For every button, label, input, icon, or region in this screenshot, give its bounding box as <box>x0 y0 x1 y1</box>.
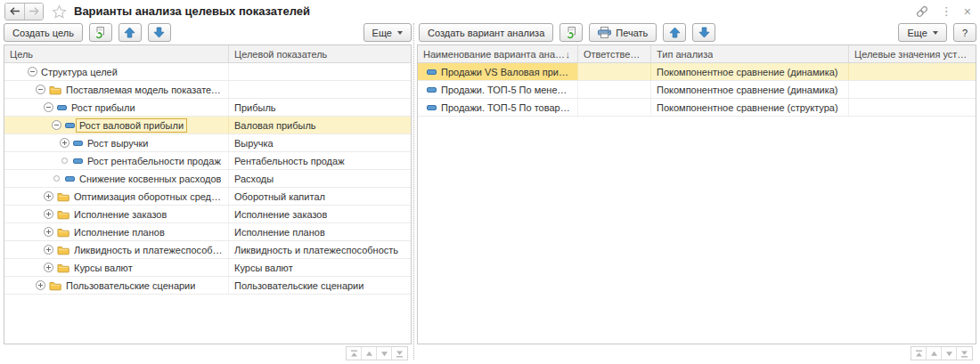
column-header-goal[interactable]: Цель <box>4 45 229 62</box>
goal-label: Оптимизация оборотных средств <box>74 191 223 202</box>
refresh-button[interactable] <box>89 23 112 42</box>
scroll-up-button[interactable] <box>362 347 377 360</box>
tree-collapse-icon[interactable] <box>52 120 61 130</box>
variant-row[interactable]: Продажи VS Валовая прибыльПокомпонентное… <box>418 63 976 81</box>
back-button[interactable] <box>5 4 24 20</box>
indicator-icon <box>427 69 437 75</box>
tree-leaf-icon[interactable] <box>53 175 60 182</box>
scroll-down-button[interactable] <box>942 347 957 360</box>
indicator-icon <box>65 123 75 128</box>
print-button[interactable]: Печать <box>589 23 657 42</box>
tree-collapse-icon[interactable] <box>36 85 45 94</box>
goal-label: Рост валовой прибыли <box>76 118 187 133</box>
column-header-indicator[interactable]: Целевой показатель <box>229 45 411 62</box>
tree-expand-icon[interactable] <box>44 227 53 237</box>
to-top-icon <box>915 350 923 358</box>
indicator-label: Оборотный капитал <box>234 191 325 202</box>
scroll-down-button[interactable] <box>377 347 392 360</box>
up-triangle-icon <box>930 350 938 358</box>
indicator-label: Пользовательские сценарии <box>234 280 363 291</box>
move-down-button[interactable] <box>148 23 171 42</box>
goal-analysis-window: Варианты анализа целевых показателей ⋮ ×… <box>0 0 980 364</box>
indicator-label: Валовая прибыль <box>234 120 316 131</box>
kebab-menu-icon[interactable]: ⋮ <box>941 5 952 17</box>
column-header-variant-name[interactable]: Наименование варианта анализа ↓ <box>418 45 578 62</box>
tree-collapse-icon[interactable] <box>44 102 53 112</box>
goal-label: Исполнение заказов <box>74 209 167 220</box>
get-link-button[interactable] <box>915 4 929 19</box>
tree-expand-icon[interactable] <box>60 138 69 148</box>
variant-cell-responsible <box>578 81 651 98</box>
variants-panel: Наименование варианта анализа ↓ Ответств… <box>417 44 976 344</box>
scroll-to-top-button[interactable] <box>911 347 927 360</box>
variant-row[interactable]: Продажи. ТОП-5 По товарным группамПокомп… <box>418 99 976 117</box>
scroll-to-top-button[interactable] <box>347 347 362 360</box>
create-variant-button[interactable]: Создать вариант анализа <box>419 23 553 42</box>
goal-cell: Исполнение заказов <box>4 206 229 222</box>
goal-tree-row[interactable]: Рост выручкиВыручка <box>4 134 411 152</box>
tree-expand-icon[interactable] <box>44 245 53 255</box>
analysis-type-label: Покомпонентное сравнение (динамика) <box>657 67 838 77</box>
goal-cell: Структура целей <box>4 63 229 80</box>
move-variant-up-button[interactable] <box>663 23 686 42</box>
more-button-left[interactable]: Еще <box>363 23 412 42</box>
goal-tree-row[interactable]: Рост валовой прибылиВаловая прибыль <box>4 117 411 134</box>
folder-icon <box>49 280 61 291</box>
goal-tree-row[interactable]: Ликвидность и платежеспособностьЛиквидно… <box>4 241 411 259</box>
goal-tree-row[interactable]: Оптимизация оборотных средствОборотный к… <box>4 188 411 206</box>
panel-splitter[interactable] <box>413 23 414 360</box>
goal-tree-row[interactable]: Поставляемая модель показателей <box>4 81 411 99</box>
column-header-targets-set[interactable]: Целевые значения установлены <box>849 45 976 62</box>
close-icon[interactable]: × <box>964 5 971 18</box>
tree-collapse-icon[interactable] <box>28 67 37 77</box>
goal-tree-row[interactable]: Пользовательские сценарииПользовательски… <box>4 277 411 295</box>
indicator-icon <box>73 141 83 146</box>
move-variant-down-button[interactable] <box>692 23 715 42</box>
goal-tree-row[interactable]: Рост прибылиПрибыль <box>4 99 411 117</box>
goal-tree-row[interactable]: Снижение косвенных расходовРасходы <box>4 170 411 188</box>
forward-button[interactable] <box>24 4 43 20</box>
goal-tree-row[interactable]: Рост рентабельности продажРентабельность… <box>4 152 411 170</box>
variant-cell-name: Продажи VS Валовая прибыль <box>418 63 578 80</box>
variant-cell-responsible <box>578 99 651 116</box>
variants-table-body: Продажи VS Валовая прибыльПокомпонентное… <box>418 63 976 117</box>
scroll-to-bottom-button[interactable] <box>957 347 972 360</box>
folder-icon <box>57 191 69 202</box>
scroll-to-bottom-button[interactable] <box>392 347 407 360</box>
goal-tree-row[interactable]: Структура целей <box>4 63 411 81</box>
titlebar: Варианты анализа целевых показателей ⋮ × <box>0 0 980 22</box>
move-up-button[interactable] <box>118 23 142 42</box>
tree-expand-icon[interactable] <box>44 191 53 201</box>
tree-expand-icon[interactable] <box>44 209 53 219</box>
tree-expand-icon[interactable] <box>36 280 45 290</box>
favorite-star-icon[interactable] <box>52 4 67 19</box>
folder-icon <box>57 263 69 273</box>
help-button[interactable]: ? <box>953 23 976 42</box>
tree-expand-icon[interactable] <box>44 263 53 272</box>
indicator-cell: Оборотный капитал <box>229 188 411 205</box>
tree-leaf-icon[interactable] <box>61 158 68 164</box>
more-label: Еще <box>372 28 392 38</box>
goal-label: Курсы валют <box>74 263 133 273</box>
analysis-type-label: Покомпонентное сравнение (структура) <box>657 102 838 113</box>
column-header-responsible[interactable]: Ответственный <box>578 45 651 62</box>
indicator-label: Рентабельность продаж <box>234 156 345 166</box>
analysis-type-label: Покомпонентное сравнение (динамика) <box>657 85 838 95</box>
goal-tree-row[interactable]: Исполнение заказовИсполнение заказов <box>4 206 411 223</box>
column-header-label: Ответственный <box>584 49 645 60</box>
column-header-analysis-type[interactable]: Тип анализа <box>651 45 849 62</box>
arrow-up-icon <box>124 27 135 38</box>
variant-cell-analysis_type: Покомпонентное сравнение (структура) <box>651 99 849 116</box>
goal-tree-row[interactable]: Исполнение плановИсполнение планов <box>4 223 411 241</box>
scroll-up-button[interactable] <box>927 347 942 360</box>
create-goal-button[interactable]: Создать цель <box>4 23 83 42</box>
folder-icon <box>57 209 69 220</box>
goal-label: Рост рентабельности продаж <box>87 156 221 166</box>
variant-row[interactable]: Продажи. ТОП-5 По менеджерамПокомпонентн… <box>418 81 976 99</box>
goal-cell: Поставляемая модель показателей <box>4 81 229 98</box>
refresh-variants-button[interactable] <box>559 23 583 42</box>
goal-tree-row[interactable]: Курсы валютКурсы валют <box>4 259 411 277</box>
indicator-label: Выручка <box>234 138 274 149</box>
more-button-right[interactable]: Еще <box>898 23 946 42</box>
refresh-icon <box>565 26 578 39</box>
